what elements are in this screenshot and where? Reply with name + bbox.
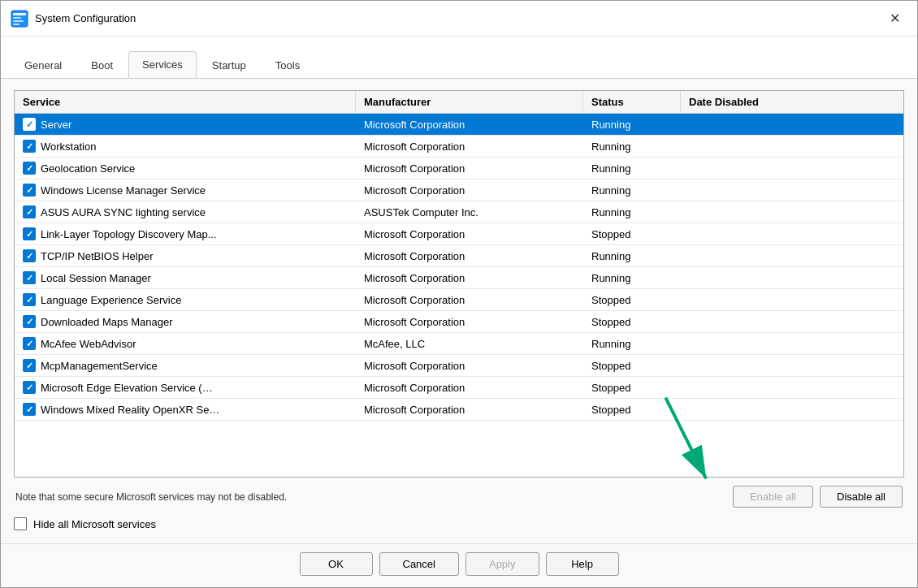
checkmark-icon: ✓ [26, 296, 33, 305]
manufacturer-cell: Microsoft Corporation [356, 289, 583, 310]
disable-all-button[interactable]: Disable all [820, 486, 903, 508]
service-name: ASUS AURA SYNC lighting service [41, 206, 206, 218]
status-cell: Stopped [583, 289, 681, 310]
svg-rect-4 [13, 24, 19, 25]
date-disabled-cell [681, 399, 903, 420]
tabs-bar: General Boot Services Startup Tools [1, 37, 917, 79]
table-row[interactable]: ✓Windows License Manager ServiceMicrosof… [15, 179, 903, 201]
service-checkbox[interactable]: ✓ [23, 381, 36, 394]
manufacturer-cell: McAfee, LLC [356, 333, 583, 354]
table-row[interactable]: ✓McpManagementServiceMicrosoft Corporati… [15, 355, 903, 377]
service-cell: ✓Workstation [15, 136, 356, 157]
close-button[interactable]: ✕ [881, 6, 907, 32]
table-row[interactable]: ✓Geolocation ServiceMicrosoft Corporatio… [15, 158, 903, 179]
date-disabled-cell [681, 179, 903, 201]
service-name: Downloaded Maps Manager [41, 316, 173, 328]
manufacturer-cell: Microsoft Corporation [356, 223, 583, 244]
service-name: Windows License Manager Service [41, 184, 206, 197]
svg-rect-1 [13, 13, 26, 15]
service-name: Microsoft Edge Elevation Service (… [41, 382, 213, 394]
table-row[interactable]: ✓McAfee WebAdvisorMcAfee, LLCRunning [15, 333, 903, 355]
cancel-button[interactable]: Cancel [379, 552, 459, 576]
manufacturer-cell: ASUSTek Computer Inc. [356, 201, 583, 223]
service-checkbox[interactable]: ✓ [23, 249, 36, 262]
window-title: System Configuration [35, 12, 136, 24]
table-row[interactable]: ✓ASUS AURA SYNC lighting serviceASUSTek … [15, 201, 903, 223]
service-checkbox[interactable]: ✓ [23, 293, 36, 306]
status-cell: Running [583, 333, 681, 354]
content-area: Service Manufacturer Status Date Disable… [1, 79, 917, 543]
service-checkbox[interactable]: ✓ [23, 403, 36, 416]
checkmark-icon: ✓ [26, 208, 33, 217]
service-cell: ✓Local Session Manager [15, 267, 356, 288]
manufacturer-cell: Microsoft Corporation [356, 377, 583, 398]
table-header: Service Manufacturer Status Date Disable… [15, 91, 903, 114]
manufacturer-cell: Microsoft Corporation [356, 399, 583, 420]
service-checkbox[interactable]: ✓ [23, 162, 36, 175]
status-cell: Stopped [583, 399, 681, 420]
service-checkbox[interactable]: ✓ [23, 184, 36, 197]
table-row[interactable]: ✓Windows Mixed Reality OpenXR Se…Microso… [15, 399, 903, 421]
manufacturer-cell: Microsoft Corporation [356, 136, 583, 157]
service-cell: ✓Microsoft Edge Elevation Service (… [15, 377, 356, 398]
date-disabled-cell [681, 355, 903, 376]
apply-button[interactable]: Apply [465, 552, 539, 576]
system-config-icon [11, 10, 28, 28]
service-cell: ✓Geolocation Service [15, 158, 356, 179]
title-bar: System Configuration ✕ [1, 1, 917, 37]
table-row[interactable]: ✓WorkstationMicrosoft CorporationRunning [15, 136, 903, 158]
manufacturer-cell: Microsoft Corporation [356, 311, 583, 332]
service-checkbox[interactable]: ✓ [23, 359, 36, 372]
service-checkbox[interactable]: ✓ [23, 271, 36, 284]
table-row[interactable]: ✓ServerMicrosoft CorporationRunning [15, 114, 903, 136]
table-row[interactable]: ✓Downloaded Maps ManagerMicrosoft Corpor… [15, 311, 903, 333]
status-cell: Running [583, 114, 681, 135]
manufacturer-cell: Microsoft Corporation [356, 355, 583, 376]
col-status: Status [583, 91, 681, 113]
checkmark-icon: ✓ [26, 230, 33, 239]
col-service: Service [15, 91, 356, 113]
tab-services[interactable]: Services [128, 51, 197, 78]
checkmark-icon: ✓ [26, 405, 33, 414]
status-cell: Stopped [583, 355, 681, 376]
checkmark-icon: ✓ [26, 252, 33, 261]
ok-button[interactable]: OK [300, 552, 373, 576]
status-cell: Stopped [583, 377, 681, 398]
service-checkbox[interactable]: ✓ [23, 227, 36, 240]
tab-boot[interactable]: Boot [77, 52, 127, 78]
date-disabled-cell [681, 377, 903, 398]
service-name: TCP/IP NetBIOS Helper [41, 250, 153, 262]
enable-all-button[interactable]: Enable all [733, 486, 813, 508]
tab-startup[interactable]: Startup [198, 52, 260, 78]
date-disabled-cell [681, 245, 903, 266]
service-cell: ✓TCP/IP NetBIOS Helper [15, 245, 356, 266]
table-row[interactable]: ✓Language Experience ServiceMicrosoft Co… [15, 289, 903, 311]
service-cell: ✓McAfee WebAdvisor [15, 333, 356, 354]
service-checkbox[interactable]: ✓ [23, 315, 36, 328]
svg-rect-3 [13, 20, 24, 22]
service-name: Workstation [41, 141, 96, 153]
service-name: McpManagementService [41, 360, 158, 372]
table-row[interactable]: ✓Link-Layer Topology Discovery Map...Mic… [15, 223, 903, 245]
table-row[interactable]: ✓Local Session ManagerMicrosoft Corporat… [15, 267, 903, 289]
status-cell: Running [583, 245, 681, 266]
table-row[interactable]: ✓TCP/IP NetBIOS HelperMicrosoft Corporat… [15, 245, 903, 267]
service-checkbox[interactable]: ✓ [23, 118, 36, 131]
hide-microsoft-row: Hide all Microsoft services [14, 516, 904, 532]
tab-general[interactable]: General [11, 52, 76, 78]
table-row[interactable]: ✓Microsoft Edge Elevation Service (…Micr… [15, 377, 903, 399]
date-disabled-cell [681, 311, 903, 332]
help-button[interactable]: Help [546, 552, 619, 576]
system-configuration-window: System Configuration ✕ General Boot Serv… [0, 0, 918, 588]
service-cell: ✓Windows License Manager Service [15, 179, 356, 201]
hide-microsoft-checkbox[interactable] [14, 517, 27, 530]
service-checkbox[interactable]: ✓ [23, 140, 36, 153]
table-body[interactable]: ✓ServerMicrosoft CorporationRunning✓Work… [15, 114, 903, 477]
checkmark-icon: ✓ [26, 120, 33, 129]
service-checkbox[interactable]: ✓ [23, 337, 36, 350]
service-cell: ✓Downloaded Maps Manager [15, 311, 356, 332]
date-disabled-cell [681, 267, 903, 288]
tab-tools[interactable]: Tools [262, 52, 314, 78]
service-checkbox[interactable]: ✓ [23, 205, 36, 218]
date-disabled-cell [681, 223, 903, 244]
